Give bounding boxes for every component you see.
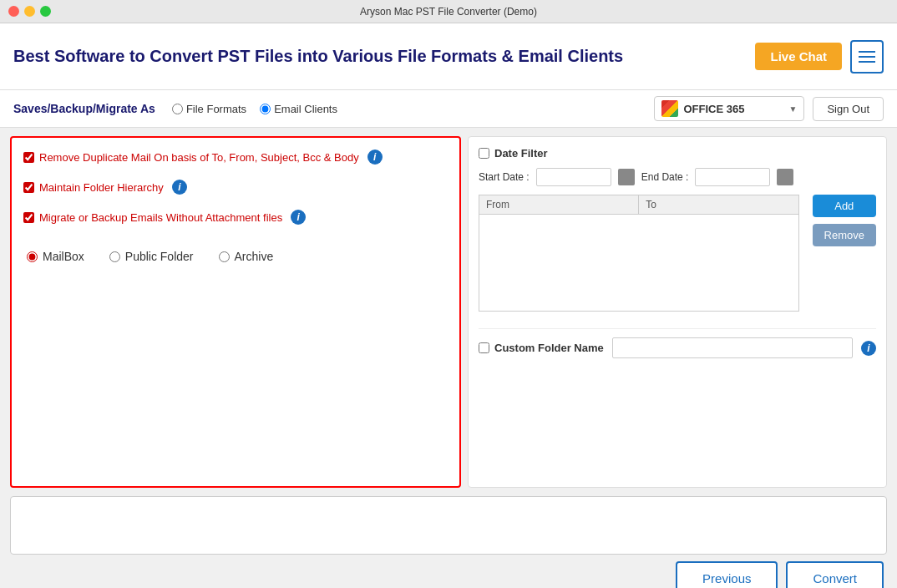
- main-content: Remove Duplicate Mail On basis of To, Fr…: [0, 128, 897, 496]
- file-formats-label: File Formats: [186, 103, 246, 115]
- start-date-calendar-icon[interactable]: [618, 169, 635, 185]
- public-folder-label: Public Folder: [125, 250, 194, 263]
- option2-label[interactable]: Maintain Folder Hierarchy: [23, 181, 164, 194]
- date-filter-label: Date Filter: [479, 147, 548, 160]
- archive-radio-item[interactable]: Archive: [219, 250, 274, 263]
- start-date-input[interactable]: [536, 168, 611, 186]
- to-column-header: To: [639, 195, 798, 214]
- email-clients-radio-item[interactable]: Email Clients: [260, 103, 337, 115]
- archive-label: Archive: [235, 250, 274, 263]
- office365-label: OFFICE 365: [683, 103, 783, 115]
- public-folder-radio-item[interactable]: Public Folder: [109, 250, 194, 263]
- convert-button[interactable]: Convert: [786, 561, 884, 588]
- header: Best Software to Convert PST Files into …: [0, 23, 897, 90]
- mailbox-radio[interactable]: [27, 251, 38, 262]
- option3-checkbox[interactable]: [23, 212, 34, 223]
- custom-folder-info-icon[interactable]: i: [861, 341, 876, 356]
- titlebar: Aryson Mac PST File Converter (Demo): [0, 0, 897, 23]
- office-icon: [661, 100, 678, 117]
- date-filter-row: Date Filter: [479, 147, 876, 160]
- live-chat-button[interactable]: Live Chat: [755, 43, 842, 70]
- from-to-table: From To: [479, 195, 799, 312]
- from-to-header: From To: [479, 195, 798, 215]
- maximize-button[interactable]: [40, 6, 51, 17]
- option1-info-icon[interactable]: i: [367, 150, 383, 165]
- office-select-wrap: OFFICE 365 ▼ Sign Out: [654, 96, 884, 121]
- sign-out-button[interactable]: Sign Out: [813, 97, 884, 121]
- email-clients-label: Email Clients: [274, 103, 337, 115]
- date-table-actions: From To Add Remove: [479, 195, 876, 320]
- date-filter-checkbox[interactable]: [479, 148, 489, 159]
- public-folder-radio[interactable]: [109, 251, 120, 262]
- end-date-label: End Date :: [641, 171, 689, 183]
- option1-row: Remove Duplicate Mail On basis of To, Fr…: [23, 150, 448, 165]
- email-clients-radio[interactable]: [260, 104, 271, 114]
- custom-folder-checkbox[interactable]: [479, 342, 489, 353]
- option3-label[interactable]: Migrate or Backup Emails Without Attachm…: [23, 211, 282, 224]
- file-formats-radio[interactable]: [172, 104, 183, 114]
- close-button[interactable]: [8, 6, 19, 17]
- end-date-calendar-icon[interactable]: [777, 169, 793, 185]
- chevron-down-icon: ▼: [789, 104, 798, 114]
- minimize-button[interactable]: [24, 6, 35, 17]
- add-button[interactable]: Add: [813, 195, 876, 217]
- remove-button[interactable]: Remove: [813, 224, 876, 246]
- menu-button[interactable]: [850, 40, 884, 74]
- window-controls[interactable]: [8, 6, 51, 17]
- option3-info-icon[interactable]: i: [291, 210, 306, 225]
- footer: Previous Convert (Click here to go to pr…: [0, 555, 897, 588]
- custom-folder-label: Custom Folder Name: [479, 342, 604, 354]
- right-panel: Date Filter Start Date : End Date : From…: [468, 136, 887, 488]
- mailbox-label: MailBox: [43, 250, 84, 263]
- file-formats-radio-item[interactable]: File Formats: [172, 103, 246, 115]
- option3-row: Migrate or Backup Emails Without Attachm…: [23, 210, 448, 225]
- archive-radio[interactable]: [219, 251, 230, 262]
- date-range-row: Start Date : End Date :: [479, 168, 876, 186]
- option2-info-icon[interactable]: i: [172, 180, 187, 195]
- log-area: [10, 496, 887, 555]
- option2-checkbox[interactable]: [23, 182, 34, 193]
- menu-bar-icon: [859, 56, 875, 58]
- footer-buttons: Previous Convert: [676, 561, 884, 588]
- left-panel: Remove Duplicate Mail On basis of To, Fr…: [10, 136, 461, 488]
- app-title: Best Software to Convert PST Files into …: [13, 47, 755, 66]
- option1-label[interactable]: Remove Duplicate Mail On basis of To, Fr…: [23, 151, 359, 164]
- date-table-wrap: From To: [479, 195, 799, 320]
- from-to-body: [479, 215, 798, 311]
- action-buttons: Add Remove: [813, 195, 876, 246]
- saves-label: Saves/Backup/Migrate As: [13, 102, 155, 115]
- custom-folder-input[interactable]: [612, 337, 853, 358]
- menu-bar-icon: [859, 51, 875, 53]
- start-date-label: Start Date :: [479, 171, 530, 183]
- office365-dropdown[interactable]: OFFICE 365 ▼: [654, 96, 804, 121]
- navbar: Saves/Backup/Migrate As File Formats Ema…: [0, 90, 897, 128]
- custom-folder-row: Custom Folder Name i: [479, 328, 876, 358]
- window-title: Aryson Mac PST File Converter (Demo): [360, 6, 537, 18]
- end-date-input[interactable]: [695, 168, 770, 186]
- option1-checkbox[interactable]: [23, 152, 34, 163]
- option2-row: Maintain Folder Hierarchy i: [23, 180, 448, 195]
- radio-group-row: MailBox Public Folder Archive: [23, 250, 448, 263]
- from-column-header: From: [479, 195, 639, 214]
- menu-bar-icon: [859, 61, 875, 63]
- nav-radio-group: File Formats Email Clients: [172, 103, 337, 115]
- mailbox-radio-item[interactable]: MailBox: [27, 250, 84, 263]
- header-actions: Live Chat: [755, 40, 884, 74]
- previous-button[interactable]: Previous: [676, 561, 778, 588]
